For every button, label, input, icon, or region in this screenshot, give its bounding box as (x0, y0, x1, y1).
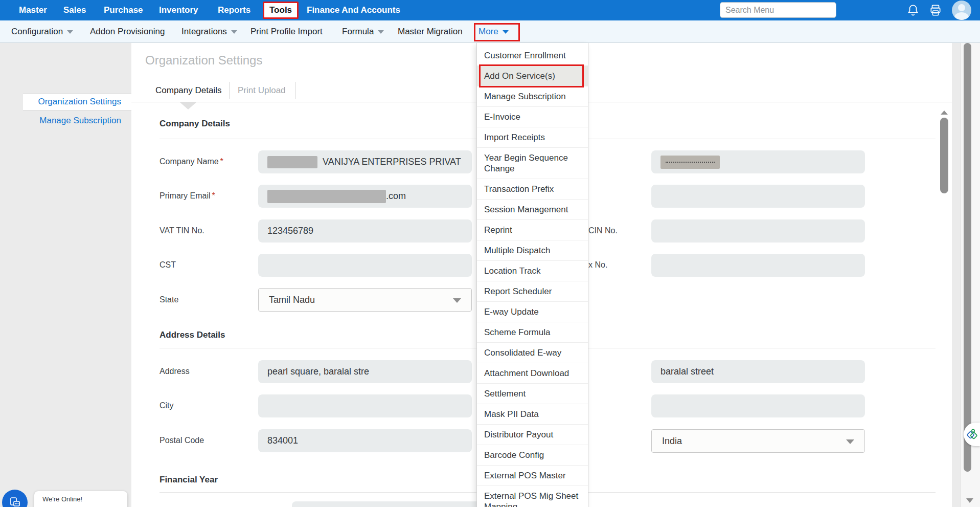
page-scroll-down-icon[interactable] (966, 498, 973, 503)
input-primary-email[interactable]: .com (258, 185, 472, 208)
label-primary-email-text: Primary Email (159, 191, 211, 200)
section-heading-address-details: Address Details (159, 330, 225, 340)
tab-company-details[interactable]: Company Details (155, 79, 221, 102)
state-selected-value: Tamil Nadu (269, 295, 315, 305)
label-company-name: Company Name* (159, 157, 223, 166)
label-fax-no: x No. (588, 260, 607, 270)
menu-item-year-begin-sequence-change[interactable]: Year Begin Sequence Change (477, 147, 588, 179)
menu-item-transaction-prefix[interactable]: Transaction Prefix (477, 179, 588, 199)
menu-item-mask-pii-data[interactable]: Mask PII Data (477, 404, 588, 424)
input-secondary-email[interactable] (651, 185, 865, 208)
input-city[interactable] (258, 394, 472, 417)
input-fax-no[interactable] (651, 254, 865, 277)
nav-master[interactable]: Master (19, 0, 47, 20)
chat-status-bubble[interactable]: We're Online! How may I help you today? (34, 491, 127, 507)
sidebar-item-organization-settings[interactable]: Organization Settings (23, 93, 131, 111)
tab-print-upload[interactable]: Print Upload (238, 79, 286, 102)
page-scrollbar-thumb[interactable] (964, 43, 971, 472)
menu-item-session-management[interactable]: Session Management (477, 199, 588, 219)
menu-item-external-pos-master[interactable]: External POS Master (477, 465, 588, 486)
avatar-head-shape (958, 4, 965, 11)
chevron-down-icon (503, 30, 509, 34)
active-tab-notch (180, 102, 196, 109)
menu-item-attachment-download[interactable]: Attachment Download (477, 363, 588, 383)
input-financial-year[interactable] (292, 501, 506, 507)
label-cst: CST (159, 260, 176, 270)
search-menu-input[interactable] (720, 2, 836, 18)
subnav-master-migration[interactable]: Master Migration (398, 20, 463, 42)
sidebar-item-manage-subscription[interactable]: Manage Subscription (23, 115, 131, 127)
label-address: Address (159, 367, 190, 376)
top-navigation-bar: Master Sales Purchase Inventory Reports … (0, 0, 980, 20)
company-name-value: VANIJYA ENTERPRISES PRIVAT (323, 157, 461, 167)
nav-purchase[interactable]: Purchase (104, 0, 143, 20)
menu-item-e-way-update[interactable]: E-way Update (477, 301, 588, 322)
menu-item-multiple-dispatch[interactable]: Multiple Dispatch (477, 240, 588, 260)
diamond-logo-icon (966, 428, 978, 441)
subnav-print-profile-import[interactable]: Print Profile Import (250, 20, 323, 42)
user-avatar[interactable] (952, 1, 971, 20)
menu-item-manage-subscription[interactable]: Manage Subscription (477, 86, 588, 106)
nav-tools[interactable]: Tools (263, 2, 299, 19)
input-vat-tin[interactable]: 123456789 (258, 219, 472, 243)
subnav-integrations[interactable]: Integrations (181, 20, 237, 42)
menu-item-barcode-config[interactable]: Barcode Config (477, 445, 588, 465)
menu-item-consolidated-e-way[interactable]: Consolidated E-way (477, 342, 588, 363)
input-cst[interactable] (258, 254, 472, 277)
state-select[interactable]: Tamil Nadu (258, 288, 472, 312)
menu-item-reprint[interactable]: Reprint (477, 219, 588, 240)
chevron-down-icon (231, 30, 237, 34)
chat-launcher-button[interactable] (2, 490, 28, 507)
input-cin-no[interactable] (651, 219, 865, 243)
tools-sub-navigation: Configuration Addon Provisioning Integra… (0, 20, 980, 43)
address-value: pearl square, baralal stre (267, 366, 369, 377)
chevron-down-icon (378, 30, 384, 34)
input-area[interactable] (651, 394, 865, 417)
menu-item-customer-enrollment[interactable]: Customer Enrollment (477, 46, 588, 65)
country-select[interactable]: India (651, 429, 865, 453)
menu-item-settlement[interactable]: Settlement (477, 383, 588, 404)
menu-item-distributor-payout[interactable]: Distributor Payout (477, 424, 588, 445)
input-company-name[interactable]: VANIJYA ENTERPRISES PRIVAT (258, 150, 472, 173)
nav-sales[interactable]: Sales (63, 0, 86, 20)
avatar-body-shape (954, 12, 969, 20)
menu-item-import-receipts[interactable]: Import Receipts (477, 127, 588, 147)
nav-reports[interactable]: Reports (218, 0, 250, 20)
subnav-more[interactable]: More (478, 20, 509, 42)
chevron-down-icon (453, 298, 461, 303)
redaction-blob (267, 190, 386, 203)
input-address[interactable]: pearl square, baralal stre (258, 360, 472, 383)
menu-item-report-scheduler[interactable]: Report Scheduler (477, 281, 588, 301)
section-heading-financial-year: Financial Year (159, 475, 218, 485)
panel-scroll-up-icon[interactable] (941, 111, 948, 115)
chat-icon (8, 496, 21, 507)
redaction-blob (267, 156, 317, 168)
menu-item-e-invoice[interactable]: E-Invoice (477, 106, 588, 127)
tab-separator (229, 82, 230, 99)
nav-finance-and-accounts[interactable]: Finance And Accounts (307, 0, 400, 20)
notification-bell-icon[interactable] (906, 4, 920, 17)
subnav-configuration[interactable]: Configuration (11, 20, 73, 42)
tab-separator (295, 82, 296, 99)
menu-item-scheme-formula[interactable]: Scheme Formula (477, 322, 588, 342)
input-primary-phone[interactable] (651, 150, 865, 173)
menu-item-add-on-services[interactable]: Add On Service(s) (477, 65, 588, 86)
chevron-down-icon (67, 30, 73, 34)
required-asterisk: * (220, 157, 223, 166)
menu-item-location-track[interactable]: Location Track (477, 260, 588, 281)
street-value: baralal street (660, 366, 714, 377)
subnav-formula[interactable]: Formula (342, 20, 384, 42)
input-postal-code[interactable]: 834001 (258, 429, 472, 452)
section-heading-company-details: Company Details (159, 119, 230, 129)
menu-item-external-pos-mig-sheet-mapping[interactable]: External POS Mig Sheet Mapping (477, 486, 588, 507)
label-vat-tin: VAT TIN No. (159, 226, 204, 235)
subnav-formula-label: Formula (342, 27, 374, 36)
chat-bubble-tail (34, 498, 35, 505)
subnav-addon-provisioning[interactable]: Addon Provisioning (90, 20, 165, 42)
nav-inventory[interactable]: Inventory (159, 0, 198, 20)
input-street[interactable]: baralal street (651, 360, 865, 383)
label-cin-no: CIN No. (588, 226, 618, 235)
panel-scrollbar-thumb[interactable] (940, 118, 948, 193)
label-city: City (159, 401, 174, 410)
printer-icon[interactable] (929, 4, 942, 17)
